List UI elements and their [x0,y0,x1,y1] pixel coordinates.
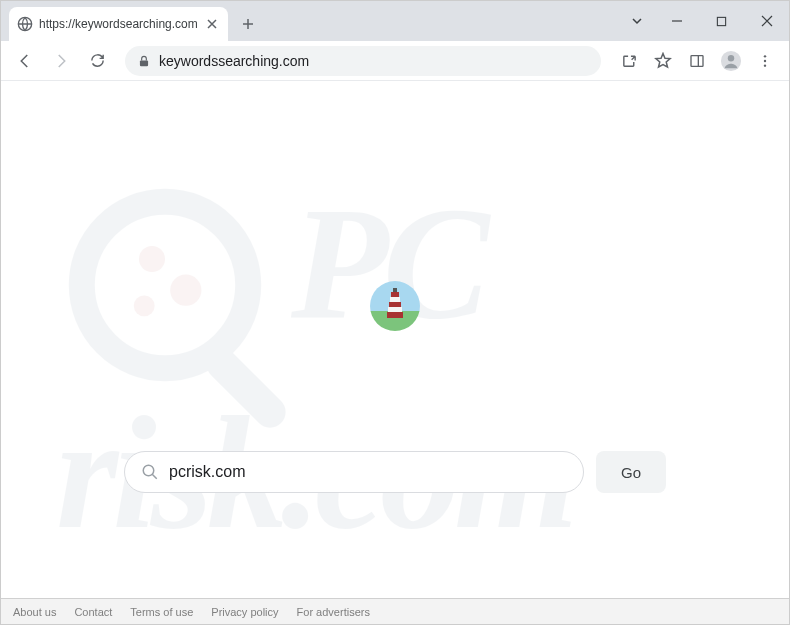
svg-point-20 [143,465,154,476]
svg-point-13 [134,295,155,316]
svg-rect-15 [390,297,400,302]
svg-rect-16 [389,302,401,307]
side-panel-icon[interactable] [681,45,713,77]
forward-button[interactable] [45,45,77,77]
lock-icon [137,54,151,68]
tab-search-icon[interactable] [620,1,654,41]
footer-link-privacy[interactable]: Privacy policy [211,606,278,618]
svg-rect-17 [388,307,402,312]
share-icon[interactable] [613,45,645,77]
svg-point-9 [82,202,248,368]
svg-rect-3 [691,55,703,66]
watermark: PC risk.com [1,81,789,624]
footer-link-terms[interactable]: Terms of use [130,606,193,618]
browser-toolbar: keywordssearching.com [1,41,789,81]
tab-title: https://keywordsearching.com [39,17,198,31]
svg-rect-14 [391,292,399,297]
svg-rect-2 [140,60,148,66]
svg-point-6 [764,55,766,57]
svg-point-8 [764,64,766,66]
url-text: keywordssearching.com [159,53,589,69]
footer-link-about[interactable]: About us [13,606,56,618]
profile-avatar-icon[interactable] [715,45,747,77]
footer-link-contact[interactable]: Contact [74,606,112,618]
search-box[interactable] [124,451,584,493]
window-titlebar: https://keywordsearching.com [1,1,789,41]
site-logo [370,281,420,331]
svg-rect-18 [387,312,403,318]
svg-point-7 [764,59,766,61]
go-button[interactable]: Go [596,451,666,493]
maximize-button[interactable] [699,1,744,41]
search-icon [141,463,159,481]
svg-point-11 [139,246,165,272]
new-tab-button[interactable] [234,10,262,38]
svg-point-5 [728,55,734,61]
svg-rect-1 [717,17,725,25]
address-bar[interactable]: keywordssearching.com [125,46,601,76]
footer-link-advertisers[interactable]: For advertisers [297,606,370,618]
minimize-button[interactable] [654,1,699,41]
page-content: PC risk.com Go [1,81,789,624]
back-button[interactable] [9,45,41,77]
menu-dots-icon[interactable] [749,45,781,77]
reload-button[interactable] [81,45,113,77]
search-input[interactable] [169,463,567,481]
browser-tab[interactable]: https://keywordsearching.com [9,7,228,41]
lighthouse-icon [382,288,408,324]
bookmark-star-icon[interactable] [647,45,679,77]
svg-rect-10 [200,342,292,434]
svg-rect-19 [393,288,397,292]
footer: About us Contact Terms of use Privacy po… [1,598,789,624]
close-window-button[interactable] [744,1,789,41]
globe-icon [17,16,33,32]
close-tab-icon[interactable] [204,16,220,32]
svg-point-12 [170,275,201,306]
